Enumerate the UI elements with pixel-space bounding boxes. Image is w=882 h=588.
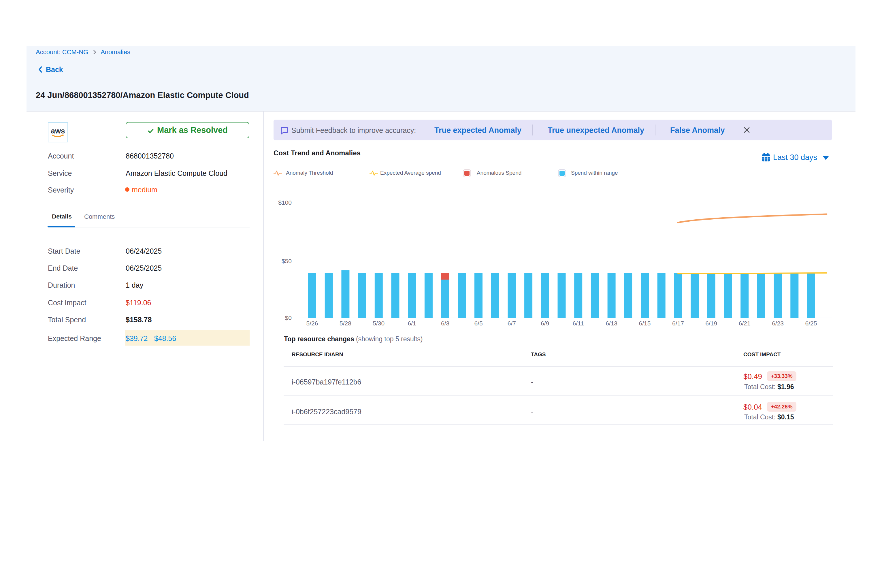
svg-text:aws: aws bbox=[51, 126, 65, 135]
svg-text:6/9: 6/9 bbox=[541, 320, 549, 327]
svg-text:$50: $50 bbox=[282, 258, 292, 264]
svg-text:$0: $0 bbox=[285, 315, 292, 321]
svg-text:6/25: 6/25 bbox=[806, 320, 817, 327]
svg-text:6/11: 6/11 bbox=[573, 320, 584, 327]
svg-text:$100: $100 bbox=[278, 199, 292, 206]
svg-text:6/3: 6/3 bbox=[441, 320, 449, 327]
svg-text:6/1: 6/1 bbox=[408, 320, 416, 327]
svg-text:6/5: 6/5 bbox=[474, 320, 483, 327]
svg-text:6/23: 6/23 bbox=[772, 320, 784, 327]
svg-text:6/15: 6/15 bbox=[639, 320, 651, 327]
svg-text:5/28: 5/28 bbox=[339, 320, 351, 327]
svg-text:5/30: 5/30 bbox=[373, 320, 384, 327]
svg-text:6/7: 6/7 bbox=[508, 320, 516, 327]
svg-text:6/19: 6/19 bbox=[705, 320, 717, 327]
svg-text:6/21: 6/21 bbox=[739, 320, 751, 327]
svg-text:6/13: 6/13 bbox=[606, 320, 617, 327]
svg-text:5/26: 5/26 bbox=[306, 320, 318, 327]
svg-text:6/17: 6/17 bbox=[672, 320, 684, 327]
